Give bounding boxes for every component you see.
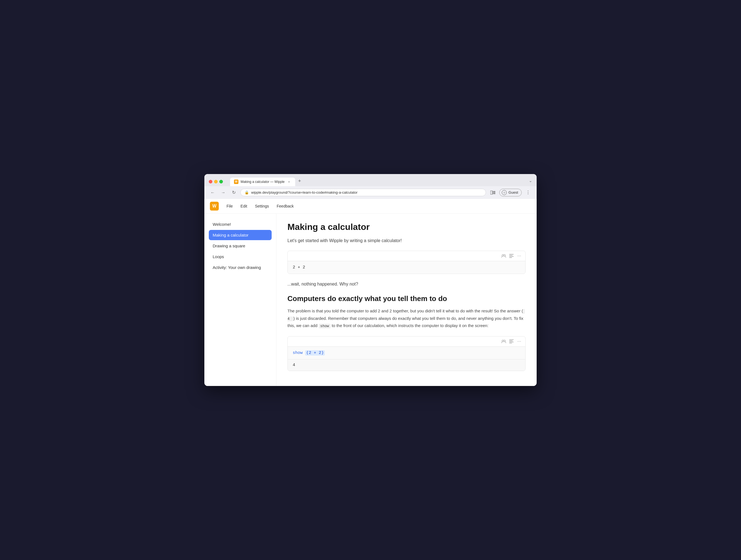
reload-button[interactable]: ↻: [230, 189, 238, 196]
window-expand-icon[interactable]: ⌄: [529, 178, 532, 185]
tab-favicon: W: [234, 179, 239, 184]
svg-point-4: [502, 254, 504, 256]
browser-titlebar: W Making a calculator — Wipple × + ⌄: [204, 174, 537, 186]
tab-bar: W Making a calculator — Wipple × +: [230, 177, 526, 186]
guest-avatar-icon: ☺: [502, 190, 507, 195]
svg-rect-6: [509, 254, 514, 254]
menu-feedback[interactable]: Feedback: [275, 203, 295, 209]
code-block-2: ⋯ show (2 + 2) 4: [287, 336, 526, 371]
traffic-lights: [209, 180, 223, 183]
sidebar-item-making-a-calculator[interactable]: Making a calculator: [209, 230, 272, 240]
code-block-2-toolbar: ⋯: [288, 336, 525, 346]
code-expression: (2 + 2): [305, 350, 325, 355]
inline-code-show: show: [319, 324, 331, 328]
code-body-2[interactable]: show (2 + 2): [288, 346, 525, 359]
svg-rect-13: [509, 341, 513, 341]
browser-window: W Making a calculator — Wipple × + ⌄ ← →…: [204, 174, 537, 386]
sidebar: Welcome! Making a calculator Drawing a s…: [204, 214, 276, 386]
menu-file[interactable]: File: [225, 203, 234, 209]
toolbar-right: ☺ Guest ⋮: [489, 188, 532, 197]
code-body-1[interactable]: 2 + 2: [288, 261, 525, 273]
wait-text: ...wait, nothing happened. Why not?: [287, 281, 526, 288]
sidebar-item-loops[interactable]: Loops: [209, 251, 272, 262]
close-button[interactable]: [209, 180, 212, 183]
svg-rect-0: [490, 191, 492, 194]
svg-rect-15: [509, 343, 512, 343]
section2-body: The problem is that you told the compute…: [287, 307, 526, 329]
collaborate-icon[interactable]: [501, 253, 507, 259]
app-logo: W: [210, 202, 219, 211]
code-block-1: ⋯ 2 + 2: [287, 251, 526, 274]
svg-point-10: [502, 340, 504, 342]
section2-heading: Computers do exactly what you tell them …: [287, 294, 526, 303]
svg-rect-7: [509, 255, 513, 256]
svg-rect-3: [493, 193, 495, 194]
maximize-button[interactable]: [219, 180, 223, 183]
app-content: W File Edit Settings Feedback Welcome! M…: [204, 199, 537, 386]
main-content: Making a calculator Let's get started wi…: [276, 214, 537, 386]
svg-rect-9: [509, 257, 512, 258]
svg-point-5: [504, 254, 506, 256]
code-output-2: 4: [288, 359, 525, 371]
collaborate-icon-2[interactable]: [501, 339, 507, 344]
back-button[interactable]: ←: [209, 189, 216, 196]
active-tab[interactable]: W Making a calculator — Wipple ×: [230, 178, 295, 186]
new-tab-button[interactable]: +: [296, 177, 304, 185]
svg-rect-1: [493, 191, 495, 192]
sidebar-item-drawing-a-square[interactable]: Drawing a square: [209, 241, 272, 251]
more-options-button[interactable]: ⋮: [524, 188, 532, 197]
menu-edit[interactable]: Edit: [240, 203, 248, 209]
sidebar-item-activity-your-own-drawing[interactable]: Activity: Your own drawing: [209, 262, 272, 272]
page-title: Making a calculator: [287, 222, 526, 232]
sidebar-item-welcome[interactable]: Welcome!: [209, 219, 272, 229]
app-menubar: W File Edit Settings Feedback: [204, 199, 537, 214]
code-keyword-show: show: [293, 350, 302, 355]
code-block-1-toolbar: ⋯: [288, 251, 525, 261]
menu-settings[interactable]: Settings: [254, 203, 270, 209]
svg-rect-8: [509, 256, 514, 257]
sidebar-toggle-button[interactable]: [489, 188, 497, 197]
security-icon: 🔒: [245, 190, 249, 194]
url-text: wipple.dev/playground/?course=learn-to-c…: [251, 190, 482, 194]
browser-toolbar: ← → ↻ 🔒 wipple.dev/playground/?course=le…: [204, 186, 537, 199]
minimize-button[interactable]: [214, 180, 218, 183]
format-icon-2[interactable]: [509, 339, 514, 344]
format-icon[interactable]: [509, 253, 514, 259]
more-code-options-icon-2[interactable]: ⋯: [517, 339, 522, 344]
svg-rect-12: [509, 339, 514, 340]
tab-title: Making a calculator — Wipple: [241, 180, 285, 184]
tab-close-button[interactable]: ×: [287, 179, 291, 184]
forward-button[interactable]: →: [219, 189, 227, 196]
svg-rect-2: [493, 192, 495, 193]
main-layout: Welcome! Making a calculator Drawing a s…: [204, 214, 537, 386]
intro-text: Let's get started with Wipple by writing…: [287, 237, 526, 244]
svg-rect-14: [509, 342, 514, 342]
more-code-options-icon[interactable]: ⋯: [517, 253, 522, 259]
guest-button[interactable]: ☺ Guest: [499, 189, 522, 196]
address-bar[interactable]: 🔒 wipple.dev/playground/?course=learn-to…: [240, 189, 486, 196]
svg-point-11: [504, 340, 506, 342]
